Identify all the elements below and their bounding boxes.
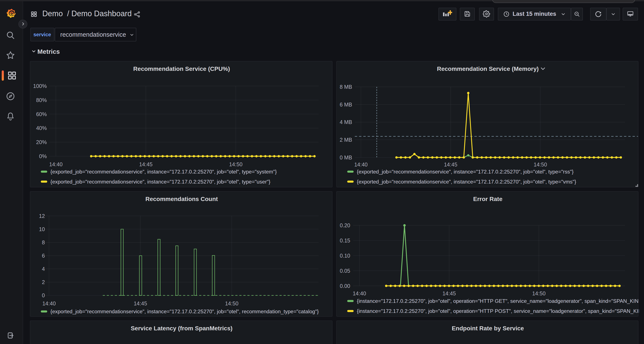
svg-text:0.05: 0.05 bbox=[340, 268, 350, 274]
svg-text:14:45: 14:45 bbox=[442, 290, 456, 296]
svg-text:{exported_job="recommendations: {exported_job="recommendationservice", i… bbox=[50, 169, 277, 174]
svg-text:10: 10 bbox=[39, 226, 45, 232]
svg-text:{instance="172.17.0.2:25270",: {instance="172.17.0.2:25270", job="otel"… bbox=[356, 298, 639, 304]
svg-text:0.10: 0.10 bbox=[340, 253, 350, 259]
svg-text:14:50: 14:50 bbox=[229, 161, 242, 167]
svg-text:8: 8 bbox=[42, 239, 45, 245]
svg-text:12: 12 bbox=[39, 213, 45, 219]
svg-text:{exported_job="recommendations: {exported_job="recommendationservice", i… bbox=[50, 309, 319, 314]
svg-text:14:45: 14:45 bbox=[444, 162, 457, 168]
svg-text:0%: 0% bbox=[39, 153, 47, 159]
svg-text:6: 6 bbox=[42, 253, 45, 259]
svg-text:14:40: 14:40 bbox=[49, 161, 62, 167]
svg-text:14:50: 14:50 bbox=[534, 162, 547, 168]
svg-text:14:50: 14:50 bbox=[225, 301, 238, 307]
svg-text:8 MB: 8 MB bbox=[340, 84, 352, 90]
svg-text:14:40: 14:40 bbox=[42, 301, 56, 307]
svg-text:0 MB: 0 MB bbox=[340, 155, 352, 161]
svg-text:0: 0 bbox=[42, 292, 45, 298]
svg-text:Error Rate: Error Rate bbox=[473, 196, 502, 202]
svg-text:Recommendation Service (Memory: Recommendation Service (Memory) bbox=[437, 65, 538, 72]
svg-text:14:45: 14:45 bbox=[139, 161, 152, 167]
svg-text:{exported_job="recommendations: {exported_job="recommendationservice", i… bbox=[356, 169, 573, 174]
svg-text:0.20: 0.20 bbox=[340, 222, 350, 228]
svg-text:2 MB: 2 MB bbox=[340, 137, 352, 143]
svg-text:80%: 80% bbox=[36, 97, 47, 103]
svg-text:4 MB: 4 MB bbox=[340, 119, 352, 125]
svg-text:4: 4 bbox=[42, 266, 45, 272]
svg-text:14:50: 14:50 bbox=[532, 290, 546, 296]
svg-text:{instance="172.17.0.2:25270",: {instance="172.17.0.2:25270", job="otel"… bbox=[356, 308, 639, 314]
svg-text:Endpoint Rate by Service: Endpoint Rate by Service bbox=[452, 325, 524, 332]
svg-text:{exported_job="recommendations: {exported_job="recommendationservice", i… bbox=[50, 179, 270, 184]
svg-text:40%: 40% bbox=[36, 125, 47, 131]
svg-text:Recommendation Service (CPU%): Recommendation Service (CPU%) bbox=[133, 65, 230, 72]
svg-text:Service Latency (from SpanMetr: Service Latency (from SpanMetrics) bbox=[131, 325, 232, 332]
svg-text:100%: 100% bbox=[33, 83, 47, 89]
svg-text:14:40: 14:40 bbox=[354, 162, 368, 168]
svg-text:60%: 60% bbox=[36, 111, 47, 117]
svg-text:20%: 20% bbox=[36, 139, 47, 145]
svg-text:6 MB: 6 MB bbox=[340, 102, 352, 108]
svg-text:14:40: 14:40 bbox=[352, 290, 366, 296]
svg-text:{exported_job="recommendations: {exported_job="recommendationservice", i… bbox=[356, 179, 576, 184]
svg-text:14:45: 14:45 bbox=[134, 301, 147, 307]
svg-text:Recommendations Count: Recommendations Count bbox=[145, 196, 218, 202]
svg-text:2: 2 bbox=[42, 279, 45, 285]
svg-text:0.15: 0.15 bbox=[340, 237, 350, 243]
svg-text:0.00: 0.00 bbox=[340, 283, 350, 289]
